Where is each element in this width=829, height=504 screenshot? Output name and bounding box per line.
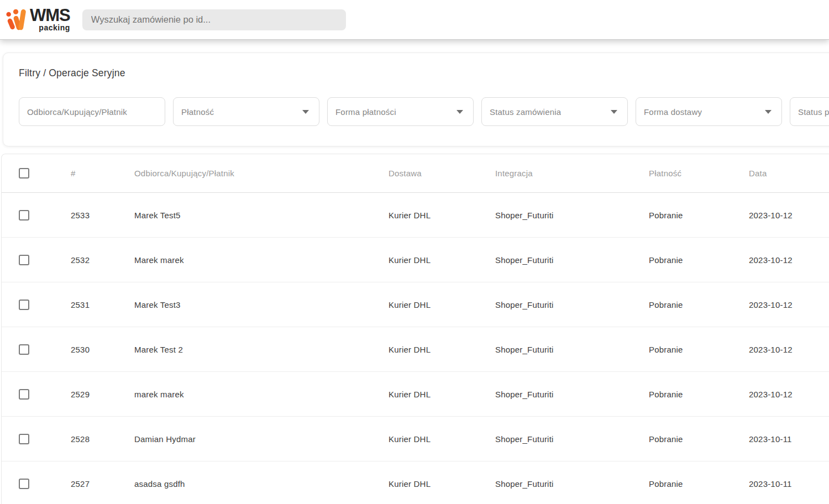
column-header-payment: Płatność bbox=[649, 169, 749, 178]
order-payment: Pobranie bbox=[649, 300, 749, 309]
filter-payment-label: Płatność bbox=[181, 107, 214, 117]
order-search bbox=[82, 9, 346, 30]
order-id: 2532 bbox=[71, 255, 134, 265]
wms-logo-icon bbox=[6, 7, 27, 33]
order-payment: Pobranie bbox=[649, 345, 749, 354]
order-id: 2533 bbox=[71, 211, 134, 220]
filter-order-status-label: Status zamówienia bbox=[490, 107, 561, 117]
order-search-input[interactable] bbox=[82, 9, 346, 30]
table-row[interactable]: 2529 marek marek Kurier DHL Shoper_Futur… bbox=[2, 372, 829, 417]
row-checkbox[interactable] bbox=[19, 210, 29, 221]
filters-panel: Filtry / Operacje Seryjne Odbiorca/Kupuj… bbox=[3, 53, 829, 146]
row-checkbox[interactable] bbox=[19, 479, 29, 489]
chevron-down-icon bbox=[765, 110, 772, 114]
table-row[interactable]: 2532 Marek marek Kurier DHL Shoper_Futur… bbox=[2, 238, 829, 282]
order-delivery: Kurier DHL bbox=[389, 390, 495, 399]
order-date: 2023-10-12 bbox=[749, 255, 829, 265]
table-row[interactable]: 2533 Marek Test5 Kurier DHL Shoper_Futur… bbox=[2, 193, 829, 238]
order-integration: Shoper_Futuriti bbox=[495, 345, 649, 354]
filter-payment-select[interactable]: Płatność bbox=[173, 97, 319, 126]
order-integration: Shoper_Futuriti bbox=[495, 211, 649, 220]
order-integration: Shoper_Futuriti bbox=[495, 255, 649, 265]
filter-payment-form-select[interactable]: Forma płatności bbox=[327, 97, 474, 126]
order-payment: Pobranie bbox=[649, 434, 749, 444]
chevron-down-icon bbox=[457, 110, 463, 114]
column-header-date: Data bbox=[749, 169, 829, 178]
order-payment: Pobranie bbox=[649, 479, 749, 489]
filter-status-p-select[interactable]: Status p bbox=[790, 97, 829, 126]
order-recipient: Marek Test5 bbox=[134, 211, 389, 220]
column-header-delivery: Dostawa bbox=[389, 169, 495, 178]
filter-recipient-placeholder: Odbiorca/Kupujący/Płatnik bbox=[27, 107, 127, 117]
orders-table: # Odbiorca/Kupujący/Płatnik Dostawa Inte… bbox=[1, 154, 829, 504]
row-checkbox[interactable] bbox=[19, 255, 29, 265]
order-integration: Shoper_Futuriti bbox=[495, 390, 649, 399]
filters-title: Filtry / Operacje Seryjne bbox=[19, 67, 829, 79]
order-delivery: Kurier DHL bbox=[389, 300, 495, 309]
order-id: 2529 bbox=[71, 390, 134, 399]
order-delivery: Kurier DHL bbox=[389, 255, 495, 265]
order-payment: Pobranie bbox=[649, 255, 749, 265]
row-checkbox[interactable] bbox=[19, 389, 29, 400]
table-row[interactable]: 2530 Marek Test 2 Kurier DHL Shoper_Futu… bbox=[2, 327, 829, 372]
column-header-recipient: Odbiorca/Kupujący/Płatnik bbox=[134, 169, 389, 178]
row-checkbox[interactable] bbox=[19, 344, 29, 355]
logo-brand: WMS bbox=[30, 7, 70, 24]
order-date: 2023-10-12 bbox=[749, 300, 829, 309]
order-date: 2023-10-12 bbox=[749, 390, 829, 399]
order-date: 2023-10-11 bbox=[749, 434, 829, 444]
order-date: 2023-10-12 bbox=[749, 345, 829, 354]
filter-status-p-label: Status p bbox=[798, 107, 829, 117]
column-header-id: # bbox=[71, 169, 134, 178]
table-header-row: # Odbiorca/Kupujący/Płatnik Dostawa Inte… bbox=[2, 154, 829, 193]
order-integration: Shoper_Futuriti bbox=[495, 434, 649, 444]
filter-delivery-form-select[interactable]: Forma dostawy bbox=[636, 97, 782, 126]
filters-row: Odbiorca/Kupujący/Płatnik Płatność Forma… bbox=[19, 97, 829, 126]
order-integration: Shoper_Futuriti bbox=[495, 300, 649, 309]
table-row[interactable]: 2527 asadsa gsdfh Kurier DHL Shoper_Futu… bbox=[2, 461, 829, 504]
app-bar: WMS packing bbox=[0, 0, 829, 40]
select-all-checkbox[interactable] bbox=[19, 168, 29, 179]
filter-delivery-form-label: Forma dostawy bbox=[644, 107, 702, 117]
order-recipient: Marek Test 2 bbox=[134, 345, 389, 354]
order-delivery: Kurier DHL bbox=[389, 479, 495, 489]
order-delivery: Kurier DHL bbox=[389, 434, 495, 444]
order-date: 2023-10-11 bbox=[749, 479, 829, 489]
order-recipient: Marek marek bbox=[134, 255, 389, 265]
order-id: 2531 bbox=[71, 300, 134, 309]
app-logo: WMS packing bbox=[6, 7, 70, 33]
order-id: 2527 bbox=[71, 479, 134, 489]
row-checkbox[interactable] bbox=[19, 434, 29, 444]
row-checkbox[interactable] bbox=[19, 300, 29, 310]
filter-payment-form-label: Forma płatności bbox=[335, 107, 396, 117]
chevron-down-icon bbox=[611, 110, 617, 114]
filter-recipient-input[interactable]: Odbiorca/Kupujący/Płatnik bbox=[19, 97, 165, 126]
order-delivery: Kurier DHL bbox=[389, 345, 495, 354]
order-delivery: Kurier DHL bbox=[389, 211, 495, 220]
order-recipient: asadsa gsdfh bbox=[134, 479, 389, 489]
order-id: 2528 bbox=[71, 434, 134, 444]
order-id: 2530 bbox=[71, 345, 134, 354]
order-payment: Pobranie bbox=[649, 211, 749, 220]
order-integration: Shoper_Futuriti bbox=[495, 479, 649, 489]
order-payment: Pobranie bbox=[649, 390, 749, 399]
table-row[interactable]: 2528 Damian Hydmar Kurier DHL Shoper_Fut… bbox=[2, 417, 829, 461]
column-header-integration: Integracja bbox=[495, 169, 649, 178]
table-row[interactable]: 2531 Marek Test3 Kurier DHL Shoper_Futur… bbox=[2, 282, 829, 327]
filter-order-status-select[interactable]: Status zamówienia bbox=[481, 97, 628, 126]
logo-subtitle: packing bbox=[39, 23, 70, 32]
order-recipient: Damian Hydmar bbox=[134, 434, 389, 444]
logo-text: WMS packing bbox=[30, 7, 70, 32]
order-recipient: marek marek bbox=[134, 390, 389, 399]
order-date: 2023-10-12 bbox=[749, 211, 829, 220]
chevron-down-icon bbox=[302, 110, 309, 114]
order-recipient: Marek Test3 bbox=[134, 300, 389, 309]
